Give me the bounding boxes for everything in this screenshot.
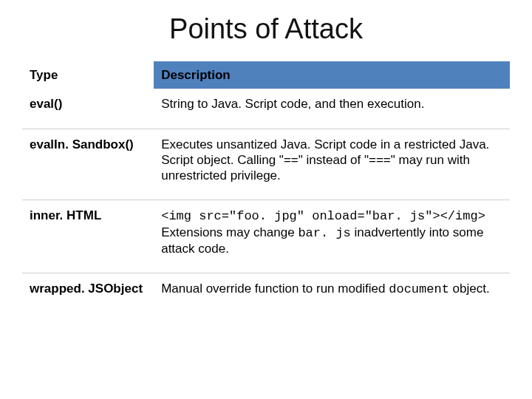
desc-text: object. xyxy=(449,282,490,296)
cell-type: inner. HTML xyxy=(22,200,154,273)
cell-type: wrapped. JSObject xyxy=(22,273,154,314)
table-header-row: Type Description xyxy=(22,61,510,89)
slide-title: Points of Attack xyxy=(22,13,510,45)
desc-text: Manual override function to run modified xyxy=(161,282,389,296)
cell-type: eval() xyxy=(22,89,154,129)
header-type: Type xyxy=(22,61,154,89)
table-row: eval() String to Java. Script code, and … xyxy=(22,89,510,129)
code-snippet: <img src="foo. jpg" onload="bar. js"></i… xyxy=(161,209,485,223)
table-row: evalIn. Sandbox() Executes unsantized Ja… xyxy=(22,129,510,200)
cell-description: Executes unsantized Java. Script code in… xyxy=(154,129,510,200)
table-row: inner. HTML <img src="foo. jpg" onload="… xyxy=(22,200,510,273)
header-description: Description xyxy=(154,61,510,89)
cell-description: String to Java. Script code, and then ex… xyxy=(154,89,510,129)
code-inline: bar. js xyxy=(298,226,350,240)
slide: Points of Attack Type Description eval()… xyxy=(0,0,532,399)
attack-table: Type Description eval() String to Java. … xyxy=(22,61,510,313)
table-row: wrapped. JSObject Manual override functi… xyxy=(22,273,510,314)
cell-description: Manual override function to run modified… xyxy=(154,273,510,314)
cell-type: evalIn. Sandbox() xyxy=(22,129,154,200)
desc-text: Extensions may change xyxy=(161,225,298,239)
cell-description: <img src="foo. jpg" onload="bar. js"></i… xyxy=(154,200,510,273)
code-inline: document xyxy=(389,282,449,296)
